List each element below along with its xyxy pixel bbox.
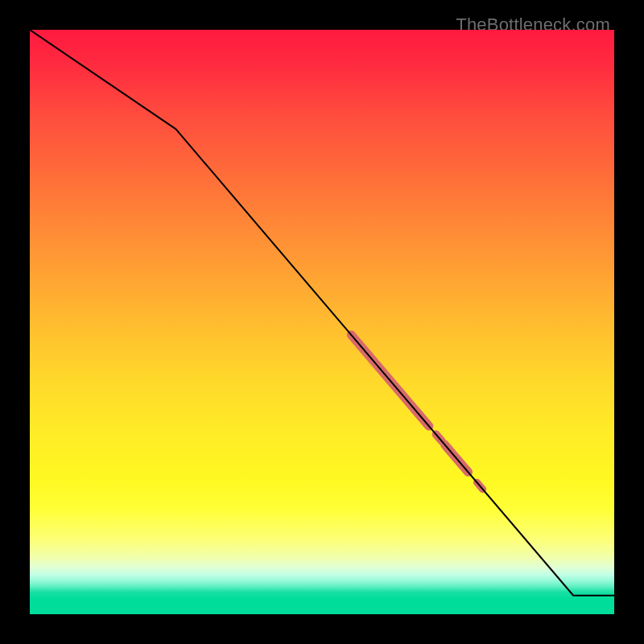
bottleneck-curve-line [30,30,614,596]
plot-area [30,30,614,614]
chart-frame: TheBottleneck.com [0,0,644,644]
curve-layer [30,30,614,614]
